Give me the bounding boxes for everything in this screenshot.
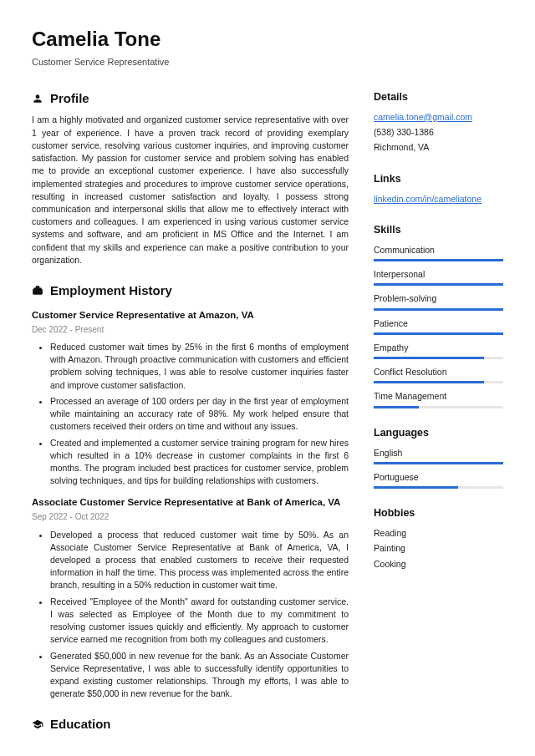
skill-name: Patience [374, 317, 503, 330]
right-column: Details camelia.tone@gmail.com (538) 330… [374, 89, 503, 740]
job-bullet: Received "Employee of the Month" award f… [50, 596, 349, 647]
skill-bar [374, 332, 503, 335]
hobby-item: Painting [374, 542, 503, 555]
resume-header: Camelia Tone Customer Service Representa… [32, 25, 503, 69]
skill-bar-fill [374, 381, 484, 383]
skill-name: Interpersonal [374, 268, 503, 281]
skill-bar-fill [374, 283, 503, 286]
hobby-item: Cooking [374, 558, 503, 571]
job-bullets: Developed a process that reduced custome… [32, 529, 349, 701]
person-title: Customer Service Representative [32, 56, 503, 69]
skill-item: Patience [374, 317, 503, 335]
language-bar-fill [374, 462, 503, 464]
language-item: English [374, 447, 503, 464]
job-dates: Dec 2022 - Present [32, 324, 349, 337]
skill-bar-fill [374, 406, 419, 408]
skill-bar-fill [374, 308, 503, 311]
skill-item: Empathy [374, 342, 503, 359]
skill-bar-fill [374, 332, 503, 335]
employment-heading: Employment History [32, 282, 349, 300]
skill-item: Problem-solving [374, 292, 503, 310]
profile-heading: Profile [32, 89, 349, 108]
left-column: Profile I am a highly motivated and orga… [32, 89, 349, 740]
job-title: Customer Service Representative at Amazo… [32, 308, 349, 322]
person-name: Camelia Tone [32, 25, 503, 54]
job-bullet: Generated $50,000 in new revenue for the… [50, 650, 349, 701]
skill-item: Time Management [374, 390, 503, 408]
links-heading: Links [374, 171, 503, 186]
email-link[interactable]: camelia.tone@gmail.com [374, 112, 472, 122]
graduation-cap-icon [32, 718, 43, 730]
language-name: English [374, 447, 503, 459]
briefcase-icon [32, 285, 43, 297]
job-bullet: Reduced customer wait times by 25% in th… [50, 341, 349, 392]
skill-name: Problem-solving [374, 292, 503, 305]
education-heading-text: Education [50, 715, 111, 733]
skill-name: Empathy [374, 342, 503, 354]
job-bullets: Reduced customer wait times by 25% in th… [32, 341, 349, 487]
skill-bar [374, 357, 503, 359]
language-bar [374, 462, 503, 464]
location-text: Richmond, VA [374, 141, 503, 154]
hobbies-heading: Hobbies [374, 505, 503, 520]
profile-heading-text: Profile [50, 89, 89, 108]
job-bullet: Created and implemented a customer servi… [50, 437, 349, 488]
language-name: Portuguese [374, 471, 503, 484]
job-dates: Sep 2022 - Oct 2022 [32, 511, 349, 524]
language-bar [374, 486, 503, 489]
language-item: Portuguese [374, 471, 503, 489]
details-heading: Details [374, 89, 503, 104]
skill-item: Interpersonal [374, 268, 503, 286]
job-bullet: Developed a process that reduced custome… [50, 529, 349, 592]
profile-text: I am a highly motivated and organized cu… [32, 114, 349, 266]
skill-bar-fill [374, 357, 484, 359]
education-heading: Education [32, 715, 349, 733]
job-bullet: Processed an average of 100 orders per d… [50, 395, 349, 434]
linkedin-link[interactable]: linkedin.com/in/cameliatone [374, 194, 482, 204]
skill-bar-fill [374, 259, 503, 261]
phone-text: (538) 330-1386 [374, 126, 503, 139]
skill-bar [374, 283, 503, 286]
skill-bar [374, 406, 503, 408]
skill-name: Time Management [374, 390, 503, 403]
skill-bar [374, 381, 503, 383]
skill-item: Conflict Resolution [374, 366, 503, 383]
language-bar-fill [374, 486, 458, 489]
skill-name: Communication [374, 244, 503, 256]
skills-heading: Skills [374, 222, 503, 237]
job-title: Associate Customer Service Representativ… [32, 495, 349, 510]
person-icon [32, 93, 43, 104]
skill-item: Communication [374, 244, 503, 261]
skill-name: Conflict Resolution [374, 366, 503, 378]
skill-bar [374, 259, 503, 261]
languages-heading: Languages [374, 425, 503, 440]
hobby-item: Reading [374, 527, 503, 540]
skill-bar [374, 308, 503, 311]
employment-heading-text: Employment History [50, 282, 172, 300]
